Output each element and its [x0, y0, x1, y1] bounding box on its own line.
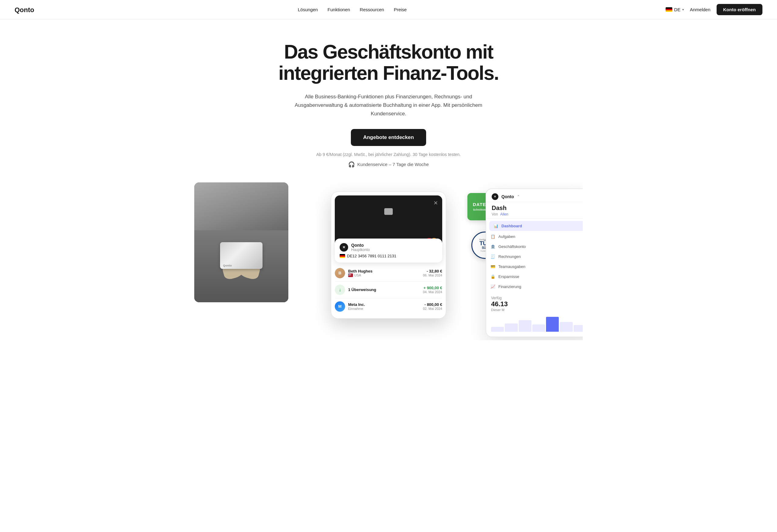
- open-account-button[interactable]: Konto eröffnen: [716, 4, 762, 15]
- nav-links: Lösungen Funktionen Ressourcen Preise: [298, 7, 407, 12]
- hero-title: Das Geschäftskonto mit integrierten Fina…: [258, 41, 519, 84]
- dashboard-icon: 📊: [493, 224, 498, 228]
- sidebar-item-finanzierung[interactable]: 📈 Finanzierung: [486, 282, 583, 292]
- rechnungen-icon: 🧾: [490, 254, 495, 259]
- chevron-down-icon: ▾: [682, 8, 684, 11]
- dieser-label: Dieser M: [491, 308, 583, 312]
- transaction-item-meta: M Meta Inc. Einnahme - 800,00 € 02. Mai …: [335, 298, 442, 315]
- trans-date-beth: 06. Mai 2024: [423, 274, 442, 277]
- nav-link-funktionen[interactable]: Funktionen: [328, 7, 350, 12]
- trans-amount-beth: - 32,80 €: [423, 269, 442, 274]
- hero-sub-text: Ab 9 €/Monat (zzgl. MwSt., bei jährliche…: [15, 152, 762, 157]
- trans-name-meta: Meta Inc.: [348, 302, 365, 307]
- phone-ui: ✕ ✕ Qonto Hauptkonto DE12 3456 7891 0111…: [331, 192, 446, 319]
- trans-amount-ub: + 900,00 €: [423, 286, 442, 290]
- account-info-card: ✕ Qonto Hauptkonto DE12 3456 7891 0111 2…: [335, 238, 442, 262]
- account-name: Qonto: [351, 243, 370, 248]
- dash-app-name: Qonto: [502, 194, 514, 199]
- bar-chart: [486, 313, 583, 334]
- lang-selector[interactable]: DE ▾: [666, 7, 684, 12]
- ueberweisung-icon: ↓: [335, 285, 345, 295]
- transaction-list: B Beth Hughes 🇺🇸 USA - 32,80 € 06. Mai 2…: [331, 265, 446, 318]
- dashboard-allen-link[interactable]: Allen: [500, 212, 509, 216]
- sidebar-item-rechnungen[interactable]: 🧾 Rechnungen: [486, 251, 583, 261]
- dashboard-amount: 46.13: [491, 300, 583, 308]
- navbar: Qonto Lösungen Funktionen Ressourcen Pre…: [0, 0, 777, 19]
- sidebar-item-teamausgaben[interactable]: 💳 Teamausgaben: [486, 261, 583, 272]
- trans-sub-meta: Einnahme: [348, 307, 365, 310]
- flag-us-icon: 🇺🇸: [348, 274, 353, 277]
- sidebar-item-geschaftskonto[interactable]: 🏦 Geschäftskonto: [486, 241, 583, 251]
- verfugbar-label: Verfüg: [491, 296, 583, 300]
- nav-link-ressourcen[interactable]: Ressourcen: [360, 7, 384, 12]
- account-type: Hauptkonto: [351, 248, 370, 252]
- headset-icon: 🎧: [348, 161, 355, 168]
- hero-cta-button[interactable]: Angebote entdecken: [351, 129, 426, 146]
- aufgaben-icon: 📋: [490, 234, 495, 239]
- beth-avatar: B: [335, 268, 345, 278]
- trans-date-meta: 02. Mai 2024: [423, 307, 442, 310]
- lang-label: DE: [674, 7, 680, 12]
- hero-description: Alle Business-Banking-Funktionen plus Fi…: [295, 93, 482, 118]
- photo-left: Qonto: [194, 182, 288, 302]
- geschaftskonto-icon: 🏦: [490, 244, 495, 249]
- service-label: Kundenservice – 7 Tage die Woche: [357, 162, 429, 167]
- qonto-logo-small: ✕: [340, 243, 348, 251]
- trans-date-ub: 04. Mai 2024: [423, 290, 442, 294]
- sidebar-item-dashboard[interactable]: 📊 Dashboard: [489, 221, 583, 231]
- hero-section: Das Geschäftskonto mit integrierten Fina…: [0, 19, 777, 168]
- transaction-item-beth: B Beth Hughes 🇺🇸 USA - 32,80 € 06. Mai 2…: [335, 265, 442, 282]
- trans-name-ub: 1 Überweisung: [348, 287, 376, 292]
- nav-link-preise[interactable]: Preise: [394, 7, 407, 12]
- meta-avatar: M: [335, 301, 345, 312]
- dashboard-sidebar: 📊 Dashboard 📋 Aufgaben 🏦 Geschäftskonto …: [486, 218, 583, 294]
- visual-section: Qonto ✕ ✕ Qonto Hauptkonto: [194, 182, 583, 340]
- hero-service: 🎧 Kundenservice – 7 Tage die Woche: [15, 161, 762, 168]
- flag-de-icon: [666, 7, 672, 12]
- iban: DE12 3456 7891 0111 2131: [340, 254, 437, 258]
- nav-right: DE ▾ Anmelden Konto eröffnen: [666, 4, 762, 15]
- login-button[interactable]: Anmelden: [690, 7, 710, 12]
- svg-text:Qonto: Qonto: [15, 6, 34, 14]
- sidebar-item-aufgaben[interactable]: 📋 Aufgaben: [486, 231, 583, 241]
- teamausgaben-icon: 💳: [490, 264, 495, 269]
- logo[interactable]: Qonto: [15, 5, 39, 14]
- finanzierung-icon: 📈: [490, 284, 495, 289]
- transaction-item-ueberweisung: ↓ 1 Überweisung + 900,00 € 04. Mai 2024: [335, 282, 442, 298]
- trans-country: USA: [354, 274, 361, 277]
- trans-amount-meta: - 800,00 €: [423, 302, 442, 307]
- dashboard-ui: ✕ Qonto ⌃ Dash Von Allen 📊 Dashboard 📋 A…: [485, 189, 583, 337]
- dash-logo: ✕: [492, 193, 498, 200]
- card-x-icon: ✕: [433, 200, 438, 206]
- ersparnisse-icon: 🔒: [490, 274, 495, 279]
- sidebar-item-ersparnisse[interactable]: 🔒 Ersparnisse: [486, 272, 583, 282]
- trans-name: Beth Hughes: [348, 269, 372, 274]
- nav-link-losungen[interactable]: Lösungen: [298, 7, 318, 12]
- dash-title: Dash: [492, 205, 507, 211]
